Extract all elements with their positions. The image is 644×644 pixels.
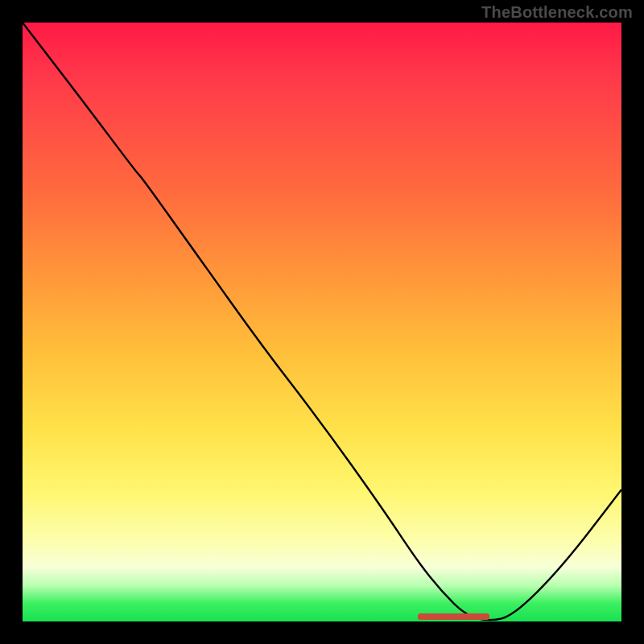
bottleneck-curve [23,23,621,620]
curve-svg [23,23,621,621]
chart-container: TheBottleneck.com [0,0,644,644]
optimum-marker [418,613,489,620]
watermark-text: TheBottleneck.com [481,3,633,22]
plot-area [23,23,621,621]
